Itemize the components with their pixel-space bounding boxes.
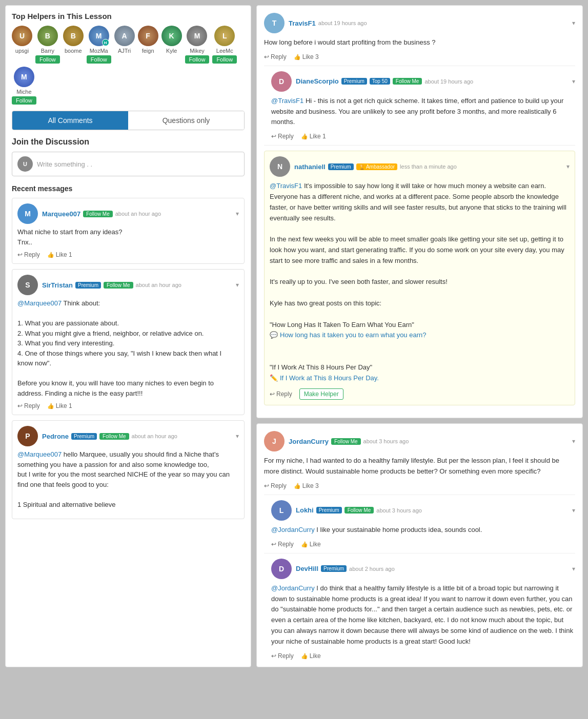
reply-marquee-button[interactable]: Reply	[17, 251, 40, 258]
tab-questions-only[interactable]: Questions only	[128, 111, 244, 130]
recent-messages-title: Recent messages	[12, 184, 245, 193]
chevron-devhill[interactable]: ▾	[572, 565, 575, 572]
header-devhill: D DevHill Premium about 2 hours ago ▾	[271, 559, 575, 579]
mention-devhill: @JordanCurry	[271, 584, 315, 592]
like-marquee-button[interactable]: Like 1	[47, 251, 72, 258]
like-icon-jordan	[294, 482, 301, 489]
avatar-travis: T	[264, 13, 285, 33]
link-nathaniell-1[interactable]: 💬 How long has it taken you to earn what…	[270, 330, 570, 341]
reply-icon-jordan	[264, 482, 269, 489]
mention-sir: @Marquee007	[17, 299, 62, 307]
reply-diane: D DianeScorpio Premium Top 50 Follow Me …	[264, 71, 575, 140]
like-devhill-button[interactable]: Like	[301, 652, 321, 660]
chevron-sir[interactable]: ▾	[236, 281, 239, 289]
comment-meta-marquee: Marquee007 Follow Me about an hour ago	[42, 210, 161, 218]
chevron-diane[interactable]: ▾	[572, 78, 575, 85]
comment-meta-sir: SirTristan Premium Follow Me about an ho…	[42, 281, 181, 289]
reply-icon-sir	[17, 402, 23, 409]
meta-travis: TravisF1 about 19 hours ago	[289, 19, 367, 27]
badge-followme-jordan[interactable]: Follow Me	[331, 438, 361, 445]
follow-mozma-button[interactable]: Follow	[87, 55, 111, 64]
timestamp-lokhi: about 3 hours ago	[376, 507, 422, 513]
meta-jordan: JordanCurry Follow Me about 3 hours ago	[289, 438, 409, 445]
badge-ambassador-nathaniell: 🏆 Ambassador	[356, 163, 397, 170]
follow-barry-button[interactable]: Follow	[35, 55, 60, 64]
comments-tabs: All Comments Questions only	[12, 111, 245, 130]
comment-body-pedrone: @Marquee007 hello Marquee, usually you s…	[17, 449, 239, 509]
question-header-jordan: J JordanCurry Follow Me about 3 hours ag…	[264, 431, 575, 451]
badge-followme-pedrone[interactable]: Follow Me	[99, 433, 129, 440]
badge-followme-marquee[interactable]: Follow Me	[83, 211, 113, 217]
avatar-pedrone: P	[17, 426, 38, 446]
timestamp-nathaniell: less than a minute ago	[400, 163, 457, 170]
badge-followme-sir[interactable]: Follow Me	[104, 282, 133, 289]
reply-travis-button[interactable]: Reply	[264, 53, 287, 60]
body-lokhi: @JordanCurry I like your sustainable hom…	[271, 525, 575, 536]
comment-marquee: M Marquee007 Follow Me about an hour ago…	[12, 198, 245, 264]
avatar-miche: M	[14, 67, 34, 87]
helper-mikey: M Mikey Follow	[185, 26, 210, 64]
like-icon-travis	[294, 53, 301, 60]
avatar-upsgi: U	[12, 26, 32, 46]
chat-icon-1: 💬	[270, 330, 278, 341]
badge-followme-diane[interactable]: Follow Me	[393, 78, 422, 85]
username-sir: SirTristan	[42, 281, 73, 289]
reply-jordan-button[interactable]: Reply	[264, 482, 287, 489]
chevron-travis[interactable]: ▾	[572, 19, 575, 27]
helper-leeme: L LeeMc Follow	[212, 26, 237, 64]
avatar-leeme: L	[214, 26, 235, 46]
like-jordan-button[interactable]: Like 3	[294, 482, 319, 489]
like-lokhi-button[interactable]: Like	[301, 541, 321, 548]
reply-lokhi: L Lokhi Premium Follow Me about 3 hours …	[264, 500, 575, 548]
avatar-feign: F	[138, 26, 158, 46]
make-helper-button[interactable]: Make Helper	[299, 388, 343, 400]
chevron-nathaniell[interactable]: ▾	[566, 163, 570, 170]
actions-lokhi: Reply Like	[271, 541, 575, 548]
timestamp-travis: about 19 hours ago	[318, 20, 367, 26]
meta-devhill: DevHill Premium about 2 hours ago	[296, 565, 395, 572]
like-travis-button[interactable]: Like 3	[294, 53, 319, 60]
timestamp-devhill: about 2 hours ago	[349, 566, 395, 572]
chevron-jordan[interactable]: ▾	[572, 438, 575, 445]
helper-kyle: K Kyle	[161, 26, 182, 64]
like-diane-button[interactable]: Like 1	[301, 133, 326, 140]
reply-nathaniell-button[interactable]: Reply	[270, 391, 292, 398]
reply-sir-button[interactable]: Reply	[17, 402, 40, 409]
username-pedrone: Pedrone	[42, 433, 69, 440]
chevron-marquee[interactable]: ▾	[236, 210, 239, 217]
chevron-pedrone[interactable]: ▾	[236, 433, 239, 440]
like-sir-button[interactable]: Like 1	[47, 402, 72, 409]
mention-lokhi: @JordanCurry	[271, 526, 315, 533]
badge-premium-devhill: Premium	[321, 565, 347, 572]
badge-followme-lokhi[interactable]: Follow Me	[344, 507, 374, 513]
timestamp-pedrone: about an hour ago	[132, 433, 177, 439]
username-marquee: Marquee007	[42, 210, 80, 218]
meta-nathaniell: nathaniell Premium 🏆 Ambassador less tha…	[294, 163, 457, 171]
chevron-lokhi[interactable]: ▾	[572, 507, 575, 514]
reply-lokhi-button[interactable]: Reply	[271, 541, 294, 548]
avatar-nathaniell: N	[270, 156, 290, 177]
follow-leeme-button[interactable]: Follow	[212, 55, 237, 64]
follow-mikey-button[interactable]: Follow	[185, 55, 210, 64]
comment-body-sir: @Marquee007 Think about: 1. What you are…	[17, 298, 239, 398]
helper-upsgi: U upsgi	[12, 26, 32, 64]
comment-pedrone: P Pedrone Premium Follow Me about an hou…	[12, 420, 245, 519]
avatar-marquee: M	[17, 203, 38, 224]
badge-top50-diane: Top 50	[370, 78, 390, 85]
tab-all-comments[interactable]: All Comments	[12, 111, 128, 130]
reply-diane-button[interactable]: Reply	[271, 133, 294, 140]
helper-ajtri: A AJTri	[114, 26, 135, 64]
write-comment-box[interactable]: U Write something . .	[12, 152, 245, 176]
reply-devhill-button[interactable]: Reply	[271, 652, 294, 660]
username-lokhi: Lokhi	[296, 506, 314, 514]
like-icon	[47, 251, 54, 258]
reply-icon-travis	[264, 53, 269, 60]
actions-jordan: Reply Like 3	[264, 482, 575, 489]
body-diane: @TravisF1 Hi - this is not a get rich qu…	[271, 96, 575, 128]
helper-barry: B Barry Follow	[35, 26, 60, 64]
mention-pedrone: @Marquee007	[17, 450, 62, 458]
header-lokhi: L Lokhi Premium Follow Me about 3 hours …	[271, 500, 575, 521]
link-nathaniell-2[interactable]: ✏️ If I Work at This 8 Hours Per Day.	[270, 373, 570, 384]
travis-section: T TravisF1 about 19 hours ago ▾ How long…	[256, 5, 583, 418]
follow-miche-button[interactable]: Follow	[12, 96, 36, 105]
